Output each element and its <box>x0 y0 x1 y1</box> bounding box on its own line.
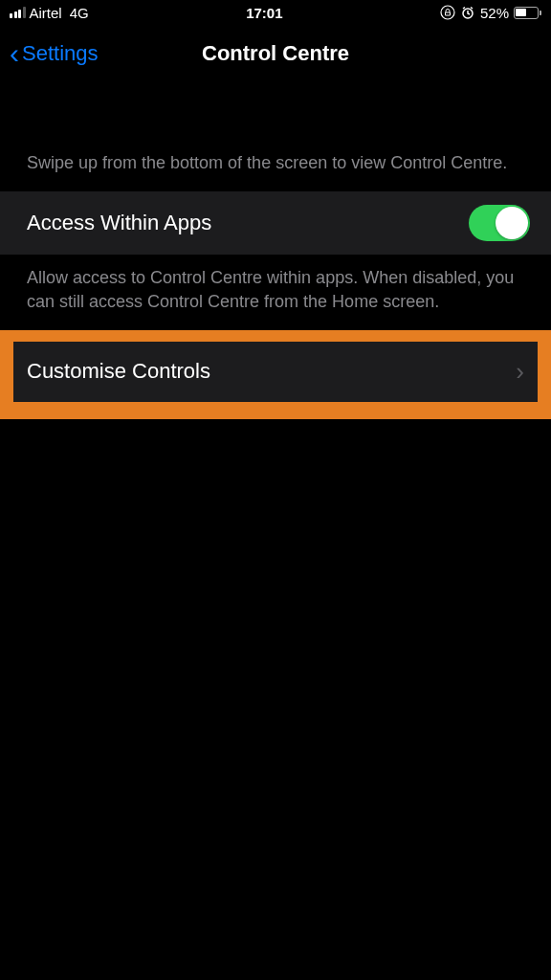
content-area: Swipe up from the bottom of the screen t… <box>0 82 551 419</box>
customise-controls-row[interactable]: Customise Controls › <box>13 342 538 402</box>
status-time: 17:01 <box>246 5 282 21</box>
status-left: Airtel 4G <box>10 5 89 21</box>
back-label: Settings <box>22 41 99 66</box>
toggle-knob <box>496 207 528 239</box>
carrier-label: Airtel <box>30 5 62 21</box>
orientation-lock-icon <box>440 5 455 20</box>
battery-icon <box>514 7 541 19</box>
nav-bar: ‹ Settings Control Centre <box>0 25 551 82</box>
alarm-icon <box>460 5 475 20</box>
intro-description: Swipe up from the bottom of the screen t… <box>0 82 551 191</box>
battery-percent: 52% <box>480 5 509 21</box>
status-bar: Airtel 4G 17:01 52% <box>0 0 551 25</box>
back-button[interactable]: ‹ Settings <box>10 39 99 68</box>
access-toggle[interactable] <box>469 205 530 241</box>
access-description: Allow access to Control Centre within ap… <box>0 255 551 328</box>
status-right: 52% <box>440 5 541 21</box>
signal-icon <box>10 7 26 18</box>
customise-label: Customise Controls <box>27 359 210 384</box>
access-within-apps-row: Access Within Apps <box>0 191 551 255</box>
chevron-left-icon: ‹ <box>10 39 19 68</box>
chevron-right-icon: › <box>516 357 524 387</box>
network-label: 4G <box>70 5 89 21</box>
access-label: Access Within Apps <box>27 211 211 235</box>
highlight-box: Customise Controls › <box>0 330 551 419</box>
